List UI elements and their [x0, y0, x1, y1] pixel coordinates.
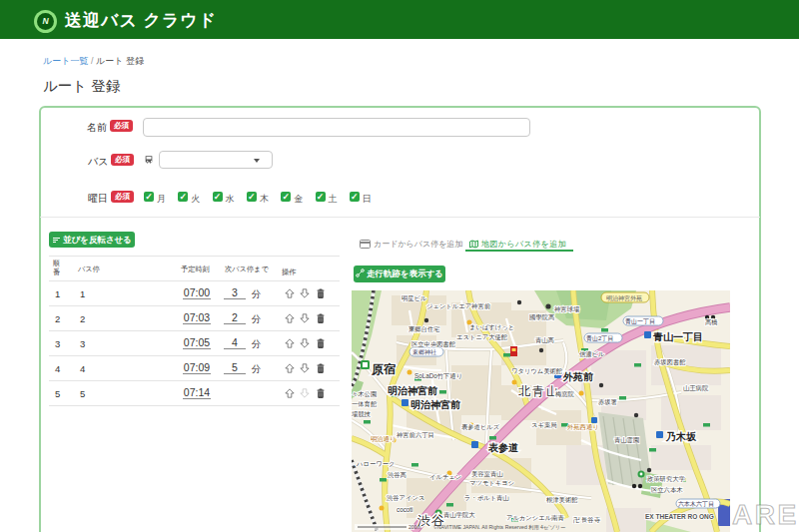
svg-text:青山一丁目: 青山一丁目: [625, 318, 655, 325]
svg-text:神宮前六丁目: 神宮前六丁目: [397, 431, 434, 439]
svg-text:明星ビル: 明星ビル: [401, 294, 427, 301]
svg-text:スギ薬局: スギ薬局: [531, 421, 556, 429]
svg-text:表参道: 表参道: [487, 442, 519, 453]
svg-text:青山霊園: 青山霊園: [614, 436, 639, 443]
svg-text:ラ・ポルト青山: ラ・ポルト青山: [464, 494, 509, 501]
svg-text:EX THEATER RO ONG: EX THEATER RO ONG: [645, 513, 714, 520]
svg-text:赤坂図書館: 赤坂図書館: [654, 358, 685, 366]
svg-text:ジェントルエア神宮前: ジェントルエア神宮前: [426, 302, 491, 310]
svg-text:明治神宮外苑: 明治神宮外苑: [606, 294, 642, 302]
svg-text:まいばすけっと: まいばすけっと: [469, 323, 514, 331]
svg-text:渋谷アインス: 渋谷アインス: [387, 494, 424, 502]
svg-text:区立六本木: 区立六本木: [651, 486, 683, 493]
svg-text:表参道ヒルズ: 表参道ヒルズ: [461, 423, 500, 430]
svg-text:神宮球場: 神宮球場: [554, 305, 580, 313]
svg-text:々木公園: 々木公園: [352, 390, 377, 397]
svg-text:赤坂署: 赤坂署: [598, 398, 617, 406]
svg-text:明治通り: 明治通り: [371, 435, 396, 443]
svg-text:区立中央図書館: 区立中央図書館: [411, 340, 455, 348]
svg-text:美容室青山: 美容室青山: [471, 470, 502, 478]
svg-text:國學院高: 國學院高: [529, 313, 554, 321]
svg-text:エストニア大使館: エストニア大使館: [456, 333, 507, 341]
svg-text:明治神宮前: 明治神宮前: [388, 385, 438, 396]
svg-text:ハローワーク: ハローワーク: [356, 460, 395, 467]
svg-text:外苑西通り: 外苑西通り: [567, 423, 599, 431]
svg-text:信濃ビル: 信濃ビル: [579, 350, 605, 358]
svg-text:北青山: 北青山: [518, 384, 560, 398]
svg-text:梅窓院: 梅窓院: [554, 390, 575, 398]
svg-text:青山2丁目: 青山2丁目: [586, 335, 613, 342]
svg-text:東郷台住宅: 東郷台住宅: [408, 325, 439, 332]
svg-text:高橋: 高橋: [705, 318, 718, 325]
svg-text:ワタリウム美術館: ワタリウム美術館: [511, 367, 562, 375]
svg-text:政策研究大学: 政策研究大学: [647, 475, 685, 482]
svg-text:原宿: 原宿: [371, 362, 396, 376]
svg-text:六本木六丁目: 六本木六丁目: [678, 500, 714, 508]
svg-text:山王病院: 山王病院: [683, 384, 709, 392]
svg-text:SoLaDo竹下通り: SoLaDo竹下通り: [414, 372, 462, 380]
svg-text:場競技: 場競技: [352, 410, 372, 418]
svg-text:渋谷高: 渋谷高: [388, 471, 406, 479]
svg-text:東郷神社: 東郷神社: [412, 349, 436, 355]
svg-text:200m: 200m: [408, 524, 421, 530]
svg-text:©NAVITIME JAPAN. All Rights Re: ©NAVITIME JAPAN. All Rights Reserved 利用 …: [433, 524, 565, 531]
svg-text:明治神宮前: 明治神宮前: [410, 399, 461, 410]
svg-text:一体育館: 一体育館: [352, 400, 377, 408]
svg-text:根津美術館: 根津美術館: [546, 496, 577, 504]
svg-text:青山高: 青山高: [535, 336, 554, 343]
svg-text:イルチェン: イルチェン: [429, 473, 461, 480]
svg-text:青山学院大: 青山学院大: [443, 511, 475, 519]
svg-text:アルカンシエル南青: アルカンシエル南青: [506, 514, 564, 522]
svg-text:青山一丁目: 青山一丁目: [652, 331, 703, 342]
svg-text:cocoti: cocoti: [397, 506, 412, 513]
svg-text:卍 長谷寺: 卍 長谷寺: [573, 516, 601, 524]
svg-text:乃木坂: 乃木坂: [665, 431, 697, 442]
svg-text:マツモトキヨシ: マツモトキヨシ: [469, 479, 514, 486]
svg-text:外苑前: 外苑前: [562, 371, 594, 382]
